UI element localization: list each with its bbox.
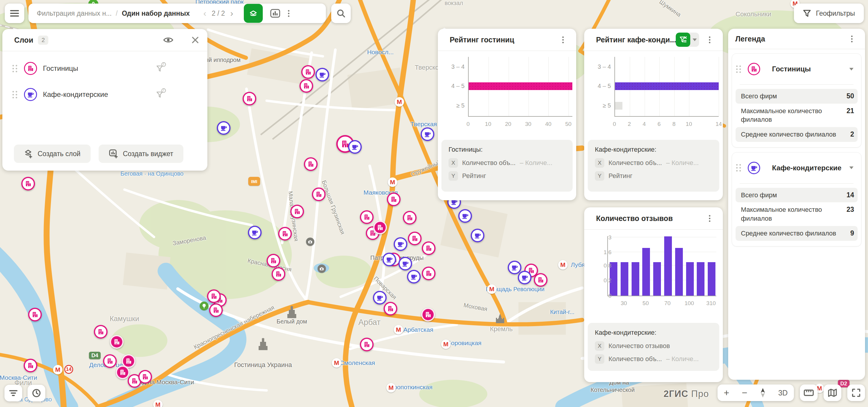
hotel-marker[interactable] xyxy=(304,157,317,171)
hotel-marker[interactable] xyxy=(534,273,548,287)
layer-row-cafes[interactable]: Кафе-кондитерские ! xyxy=(2,82,207,107)
bar[interactable] xyxy=(615,82,719,90)
cafe-marker[interactable] xyxy=(508,261,521,274)
y-axis-row[interactable]: Y Рейтинг xyxy=(448,171,565,181)
hotel-marker[interactable] xyxy=(403,211,416,224)
hotel-marker[interactable] xyxy=(290,205,304,218)
hotel-marker[interactable] xyxy=(422,242,435,255)
metro-station-icon[interactable]: М xyxy=(395,97,404,107)
visibility-eye-icon[interactable] xyxy=(163,36,174,44)
drag-handle-icon[interactable] xyxy=(736,65,741,73)
metro-station-icon[interactable]: М xyxy=(394,325,403,335)
search-button[interactable] xyxy=(331,4,351,23)
close-icon[interactable] xyxy=(191,36,199,44)
y-axis-row[interactable]: Y Количество объ... – Количе... xyxy=(595,354,712,364)
legend-kebab-menu[interactable] xyxy=(847,34,857,44)
widget-kebab-menu[interactable] xyxy=(558,35,568,45)
bar[interactable] xyxy=(642,248,650,295)
cafe-marker[interactable] xyxy=(373,291,386,305)
bar[interactable] xyxy=(615,102,622,109)
hotel-marker[interactable] xyxy=(312,188,326,201)
hotel-marker[interactable] xyxy=(138,370,152,384)
x-axis-row[interactable]: X Количество объ... – Количе... xyxy=(448,158,565,168)
cafe-marker[interactable] xyxy=(315,68,329,82)
cafe-marker[interactable] xyxy=(394,237,407,251)
hotel-marker[interactable] xyxy=(360,338,374,351)
map-filter-button[interactable] xyxy=(4,385,22,401)
page-next-button[interactable]: › xyxy=(227,8,236,19)
hotel-marker[interactable] xyxy=(408,232,422,245)
create-layer-button[interactable]: Создать слой xyxy=(14,145,91,163)
metro-station-icon[interactable]: М xyxy=(441,340,451,349)
hotel-marker[interactable] xyxy=(24,359,37,372)
drag-handle-icon[interactable] xyxy=(12,91,18,98)
metro-station-icon[interactable]: М xyxy=(332,358,341,368)
cafe-marker[interactable] xyxy=(382,253,396,266)
collapse-caret-icon[interactable] xyxy=(849,166,854,169)
widget-kebab-menu[interactable] xyxy=(705,213,715,223)
x-axis-row[interactable]: X Количество объ... – Количе... xyxy=(595,158,712,168)
zoom-out-button[interactable]: − xyxy=(742,388,747,398)
widget-filter-dropdown[interactable] xyxy=(676,33,700,47)
bar[interactable] xyxy=(469,82,572,90)
widgets-button[interactable] xyxy=(267,5,283,22)
hotel-marker[interactable] xyxy=(278,227,292,241)
geofilters-button[interactable]: Геофильтры xyxy=(794,4,864,23)
cafe-marker[interactable] xyxy=(471,229,484,242)
cafe-marker[interactable] xyxy=(407,270,421,283)
hotel-marker-selected[interactable] xyxy=(373,221,387,234)
drag-handle-icon[interactable] xyxy=(12,65,18,72)
layer-row-hotels[interactable]: Гостиницы ! xyxy=(2,55,207,82)
cafe-marker[interactable] xyxy=(518,271,531,284)
bar[interactable] xyxy=(621,262,628,295)
hotel-marker[interactable] xyxy=(267,254,280,268)
bar[interactable] xyxy=(653,262,661,295)
hotel-marker[interactable] xyxy=(94,325,107,339)
cafe-marker[interactable] xyxy=(458,209,472,223)
map-style-button[interactable] xyxy=(824,384,841,401)
metro-station-icon[interactable]: М xyxy=(53,365,63,374)
y-axis-row[interactable]: Y Рейтинг xyxy=(595,171,712,181)
hotel-marker[interactable] xyxy=(387,192,401,206)
hotel-marker[interactable] xyxy=(422,267,435,280)
drag-handle-icon[interactable] xyxy=(736,164,741,171)
cafe-marker[interactable] xyxy=(248,226,261,239)
metro-station-icon[interactable]: М xyxy=(388,178,397,187)
zoom-in-button[interactable]: + xyxy=(724,388,730,398)
hamburger-menu-button[interactable] xyxy=(5,4,24,23)
bar[interactable] xyxy=(631,262,639,295)
collapse-caret-icon[interactable] xyxy=(849,68,854,70)
hotel-marker[interactable] xyxy=(209,303,223,317)
time-travel-button[interactable] xyxy=(28,385,45,401)
hotel-marker[interactable] xyxy=(103,354,117,368)
bar[interactable] xyxy=(675,248,683,295)
create-widget-button[interactable]: Создать виджет xyxy=(99,145,183,163)
hotel-marker[interactable] xyxy=(207,289,221,303)
layer-filter-funnel-icon[interactable]: ! xyxy=(156,91,163,98)
hotel-marker[interactable] xyxy=(28,308,42,321)
breadcrumb-parent[interactable]: Фильтрация данных н... xyxy=(37,9,112,18)
bar[interactable] xyxy=(697,262,705,295)
hotel-marker[interactable] xyxy=(301,65,315,79)
cafe-marker[interactable] xyxy=(421,127,434,141)
metro-station-icon[interactable]: М xyxy=(558,260,568,270)
cafe-marker[interactable] xyxy=(217,121,230,135)
layers-toggle-button[interactable] xyxy=(244,4,263,23)
topbar-kebab-menu[interactable] xyxy=(283,8,293,19)
3d-view-button[interactable]: 3D xyxy=(778,388,788,397)
layer-filter-funnel-icon[interactable]: ! xyxy=(156,65,163,72)
page-prev-button[interactable]: ‹ xyxy=(200,8,210,19)
cafe-marker[interactable] xyxy=(348,140,362,154)
bar[interactable] xyxy=(686,262,694,295)
hotel-marker[interactable] xyxy=(360,210,374,224)
metro-station-icon[interactable]: М xyxy=(386,383,396,393)
metro-station-icon[interactable]: М xyxy=(487,284,497,294)
hotel-marker-selected[interactable] xyxy=(421,308,435,321)
hotel-marker-selected[interactable] xyxy=(116,366,129,379)
hotel-marker[interactable] xyxy=(300,79,313,93)
fullscreen-button[interactable] xyxy=(847,384,865,401)
bar[interactable] xyxy=(708,262,715,295)
hotel-marker-selected[interactable] xyxy=(110,335,124,349)
metro-station-icon[interactable]: М xyxy=(153,400,163,407)
cafe-marker[interactable] xyxy=(398,257,412,271)
